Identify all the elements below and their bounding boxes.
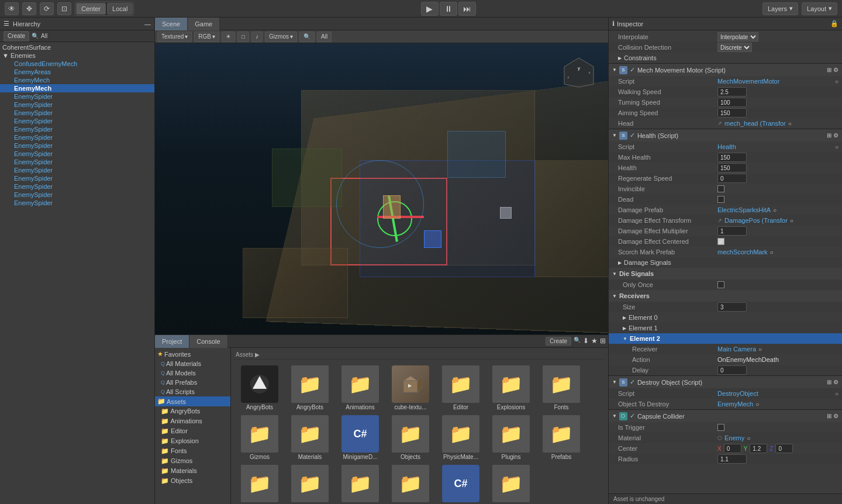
- asset-angrybots-folder[interactable]: 📁 AngryBots: [286, 364, 334, 412]
- project-explosion[interactable]: 📁 Explosion: [155, 436, 230, 446]
- hierarchy-item[interactable]: EnemySpider: [0, 133, 154, 141]
- asset-shaders[interactable]: 📁 Shaders: [387, 464, 434, 504]
- tab-scene[interactable]: Scene: [155, 18, 188, 30]
- asset-scenes[interactable]: 📁 Scenes: [286, 464, 334, 504]
- create-button[interactable]: Create: [4, 31, 29, 42]
- interpolate-select[interactable]: Interpolate: [717, 32, 758, 42]
- center-y-input[interactable]: [750, 444, 767, 453]
- layout-dropdown[interactable]: Layout ▾: [802, 2, 837, 15]
- element-1-row[interactable]: ▶ Element 1: [609, 323, 842, 333]
- asset-materials[interactable]: 📁 Materials: [286, 414, 334, 461]
- damage-centered-checkbox[interactable]: ✓: [717, 238, 724, 245]
- search-icon[interactable]: 🔍: [299, 32, 315, 42]
- receivers-size-input[interactable]: [717, 302, 747, 312]
- move-icon[interactable]: ✥: [22, 2, 36, 15]
- project-favorites-models[interactable]: Q All Models: [155, 368, 230, 378]
- asset-plugins[interactable]: 📁 Plugins: [487, 414, 535, 461]
- refresh-icon[interactable]: ⟳: [40, 2, 54, 15]
- circle-icon[interactable]: ○: [755, 401, 759, 408]
- is-trigger-checkbox[interactable]: [717, 424, 724, 431]
- asset-gizmos[interactable]: 📁 Gizmos: [236, 414, 284, 461]
- textured-dropdown[interactable]: Textured ▾: [157, 32, 192, 42]
- circle-icon[interactable]: ○: [835, 391, 838, 397]
- project-animations[interactable]: 📁 Animations: [155, 416, 230, 426]
- regenerate-speed-input[interactable]: [717, 174, 747, 183]
- constraints-row[interactable]: ▶ Constraints: [609, 53, 842, 63]
- hierarchy-item[interactable]: EnemySpider: [0, 117, 154, 125]
- asset-animations[interactable]: 📁 Animations: [336, 364, 384, 412]
- element-2-row[interactable]: ▼ Element 2: [609, 333, 842, 344]
- invincible-checkbox[interactable]: [717, 185, 724, 192]
- gizmos-dropdown[interactable]: Gizmos ▾: [265, 32, 297, 42]
- collision-detection-select[interactable]: Discrete: [717, 43, 752, 52]
- radius-input[interactable]: [717, 454, 747, 464]
- hierarchy-item[interactable]: EnemySpider: [0, 92, 154, 101]
- favorites-header[interactable]: ★ Favorites: [155, 349, 230, 359]
- hierarchy-item[interactable]: EnemySpider: [0, 141, 154, 150]
- tab-game[interactable]: Game: [188, 18, 220, 30]
- damage-signals-row[interactable]: ▶ Damage Signals: [609, 257, 842, 268]
- asset-editor[interactable]: 📁 Editor: [437, 364, 485, 412]
- receivers-header[interactable]: ▼ Receivers: [609, 290, 842, 302]
- tab-console[interactable]: Console: [189, 335, 227, 348]
- capsule-collider-header[interactable]: ▼ ⬡ ✓ Capsule Collider ⊞ ⚙: [609, 409, 842, 422]
- project-materials[interactable]: 📁 Materials: [155, 466, 230, 476]
- hierarchy-item-selected[interactable]: EnemyMech: [0, 84, 154, 92]
- damage-multiplier-input[interactable]: [717, 226, 747, 236]
- die-signals-header[interactable]: ▼ Die Signals: [609, 268, 842, 279]
- turning-speed-input[interactable]: [717, 98, 747, 107]
- hierarchy-item[interactable]: EnemySpider: [0, 166, 154, 174]
- assets-root[interactable]: 📁 Assets: [155, 396, 230, 406]
- asset-physic-materials[interactable]: 📁 PhysicMate...: [437, 414, 485, 461]
- asset-resources[interactable]: 📁 Resources: [236, 464, 284, 504]
- project-fonts[interactable]: 📁 Fonts: [155, 446, 230, 456]
- asset-cube-texture[interactable]: ▶ cube-textu...: [387, 364, 434, 412]
- circle-icon[interactable]: ○: [835, 78, 838, 85]
- health-input[interactable]: [717, 163, 747, 172]
- sun-icon[interactable]: ☀: [222, 32, 235, 42]
- dead-checkbox[interactable]: [717, 196, 724, 203]
- hierarchy-item[interactable]: ConfusedEnemyMech: [0, 60, 154, 68]
- project-favorites-scripts[interactable]: Q All Scripts: [155, 387, 230, 396]
- max-health-input[interactable]: [717, 153, 747, 162]
- center-z-input[interactable]: [775, 444, 793, 453]
- walking-speed-input[interactable]: [717, 87, 747, 96]
- project-objects[interactable]: 📁 Objects: [155, 476, 230, 486]
- layers-dropdown[interactable]: Layers ▾: [762, 2, 798, 15]
- local-button[interactable]: Local: [107, 3, 133, 15]
- hierarchy-item[interactable]: CoherentSurface: [0, 43, 154, 51]
- center-button[interactable]: Center: [76, 3, 106, 15]
- asset-signal-receiver[interactable]: C# SignalRece...: [437, 464, 485, 504]
- circle-icon[interactable]: ○: [790, 218, 793, 224]
- hierarchy-item[interactable]: EnemySpider: [0, 199, 154, 207]
- rgb-dropdown[interactable]: RGB ▾: [194, 32, 219, 42]
- hierarchy-item[interactable]: EnemySpider: [0, 191, 154, 199]
- hierarchy-item[interactable]: EnemySpider: [0, 125, 154, 133]
- hierarchy-item[interactable]: EnemySpider: [0, 109, 154, 117]
- delay-input[interactable]: [717, 365, 747, 375]
- hierarchy-item[interactable]: EnemySpider: [0, 101, 154, 109]
- asset-scripts[interactable]: 📁 Scripts: [336, 464, 384, 504]
- tab-project[interactable]: Project: [155, 335, 189, 348]
- project-angrybots[interactable]: 📁 AngryBots: [155, 406, 230, 416]
- project-favorites-materials[interactable]: Q All Materials: [155, 359, 230, 368]
- element-0-row[interactable]: ▶ Element 0: [609, 312, 842, 323]
- project-gizmos[interactable]: 📁 Gizmos: [155, 456, 230, 466]
- only-once-checkbox[interactable]: [717, 281, 724, 288]
- hierarchy-item[interactable]: ▼ Enemies: [0, 51, 154, 60]
- scene-viewport[interactable]: y x z: [155, 43, 608, 334]
- create-project-button[interactable]: Create: [546, 337, 571, 346]
- asset-minigame-cs[interactable]: C# MinigameD...: [336, 414, 384, 461]
- asset-fonts[interactable]: 📁 Fonts: [537, 364, 585, 412]
- hierarchy-item[interactable]: EnemySpider: [0, 174, 154, 182]
- project-favorites-prefabs[interactable]: Q All Prefabs: [155, 378, 230, 387]
- asset-prefabs[interactable]: 📁 Prefabs: [537, 414, 585, 461]
- hierarchy-item[interactable]: EnemySpider: [0, 150, 154, 158]
- circle-icon[interactable]: ○: [835, 144, 838, 150]
- skybox-icon[interactable]: □: [237, 32, 249, 42]
- circle-icon[interactable]: ○: [773, 207, 777, 213]
- play-button[interactable]: ▶: [421, 2, 439, 16]
- asset-sounds[interactable]: 📁 Sounds: [487, 464, 535, 504]
- import-icon[interactable]: ⬇: [583, 337, 589, 346]
- hierarchy-item[interactable]: EnemyMech: [0, 76, 154, 84]
